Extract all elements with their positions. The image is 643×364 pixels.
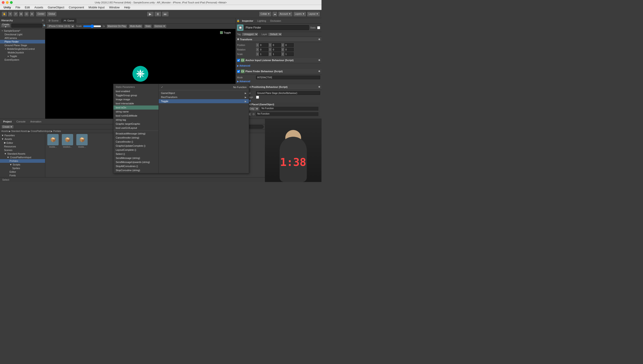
- anchor-script-header[interactable]: C# Anchor Input Listener Behaviour (Scri…: [236, 58, 322, 63]
- menu-file[interactable]: File: [14, 5, 22, 10]
- dropdown-bool-guilayout[interactable]: bool useGUILayout: [114, 126, 158, 130]
- toggle-checkbox[interactable]: [220, 31, 223, 34]
- position-y[interactable]: [272, 43, 281, 47]
- menu-edit[interactable]: Edit: [23, 5, 32, 10]
- stats-button[interactable]: Stats: [144, 24, 152, 28]
- mode-value[interactable]: [256, 76, 320, 79]
- asset-mobile2[interactable]: 📦 MobileS...: [61, 134, 74, 148]
- project-create[interactable]: Create ▼: [1, 125, 14, 129]
- duplicate-checkbox[interactable]: [256, 96, 259, 99]
- tree-scenes[interactable]: Scenes: [0, 148, 45, 152]
- scale-slider[interactable]: [83, 24, 101, 28]
- dropdown-cancelinvoke[interactable]: CancelInvoke (): [114, 140, 158, 144]
- planefinder-script-header[interactable]: C# Plane Finder Behaviour (Script) ⚙: [236, 68, 322, 74]
- hier-arcamera[interactable]: ARCamera: [0, 36, 45, 40]
- asset-mobile3[interactable]: 📦 Mobile...: [75, 134, 89, 148]
- center-button[interactable]: Center: [36, 11, 46, 17]
- dropdown-gameobject[interactable]: GameObject ▶: [159, 91, 249, 95]
- tree-sprites[interactable]: Sprites: [0, 166, 45, 170]
- dropdown-graphic[interactable]: Graphic targetGraphic: [114, 122, 158, 126]
- hier-planefinder[interactable]: Plane Finder: [0, 40, 45, 44]
- anchor-advanced[interactable]: ▶ Advanced: [237, 64, 320, 68]
- dropdown-graphicupdate[interactable]: GraphicUpdateComplete (): [114, 144, 158, 148]
- transform-component[interactable]: ⊕ Transform ⚙: [236, 37, 322, 42]
- tab-console[interactable]: Console: [14, 120, 28, 124]
- tree-editor[interactable]: ▶ Editor: [0, 141, 45, 145]
- scale-tool[interactable]: ⊞: [18, 11, 24, 17]
- maximize-on-play[interactable]: Maximize On Play: [106, 24, 128, 28]
- hierarchy-collapse[interactable]: ⊟: [42, 19, 44, 22]
- dropdown-togglegroup[interactable]: ToggleGroup group: [114, 93, 158, 97]
- menu-window[interactable]: Window: [107, 5, 121, 10]
- layer-dropdown[interactable]: Default: [268, 32, 282, 36]
- tree-editor2[interactable]: Editor: [0, 170, 45, 174]
- tab-occlusion[interactable]: Occlusion: [268, 19, 283, 23]
- contentpos-advanced[interactable]: ▼ Advanced: [237, 99, 320, 102]
- minimize-button[interactable]: [6, 1, 8, 4]
- hier-toggle[interactable]: ▶ Toggle: [0, 54, 45, 58]
- menu-mobileinput[interactable]: Mobile Input: [87, 5, 106, 10]
- position-x[interactable]: [259, 43, 268, 47]
- dropdown-toggle[interactable]: Toggle ▶: [159, 99, 249, 103]
- rotation-x[interactable]: [259, 48, 268, 52]
- tab-project[interactable]: Project: [1, 120, 14, 124]
- tag-dropdown[interactable]: Untagged: [242, 32, 258, 36]
- play-button[interactable]: ▶: [147, 11, 154, 17]
- dropdown-bool-ison[interactable]: bool isOn: [114, 106, 158, 110]
- mute-audio[interactable]: Mute Audio: [128, 24, 143, 28]
- anchor-stage-value[interactable]: [256, 91, 320, 95]
- rotation-z[interactable]: [284, 48, 294, 52]
- cloud-button[interactable]: ☁: [272, 11, 278, 17]
- object-name-field[interactable]: [244, 25, 309, 30]
- menu-component[interactable]: Component: [67, 5, 86, 10]
- scale-z[interactable]: [284, 52, 294, 56]
- hier-mobilestick[interactable]: ▼ MobileSingleStickControl: [0, 47, 45, 51]
- anchor-settings[interactable]: ⚙: [318, 59, 320, 61]
- account-button[interactable]: Account ▼: [278, 11, 293, 17]
- dropdown-sendmessage[interactable]: SendMessage (string): [114, 156, 158, 160]
- tab-game[interactable]: 🎮 Game: [61, 18, 76, 23]
- planefinder-settings[interactable]: ⚙: [318, 70, 320, 72]
- contentpos-settings[interactable]: ⚙: [318, 86, 320, 88]
- lock-icon[interactable]: 🔒: [236, 19, 240, 22]
- dropdown-no-function[interactable]: ✓ No Function: [159, 85, 249, 90]
- hier-directional[interactable]: Directional Light: [0, 32, 45, 36]
- tree-resources[interactable]: Resources: [0, 145, 45, 148]
- dropdown-cancelinvoke-str[interactable]: CancelInvoke (string): [114, 136, 158, 140]
- dropdown-bool-enabled[interactable]: bool enabled: [114, 89, 158, 93]
- rotate-tool[interactable]: ↺: [13, 11, 18, 17]
- layout-button[interactable]: Layout ▼: [307, 11, 320, 17]
- dropdown-string-tag[interactable]: string tag: [114, 118, 158, 122]
- dropdown-layoutcomplete[interactable]: LayoutComplete (): [114, 148, 158, 152]
- tree-crossplatform[interactable]: ▼ CrossPlatformInput: [0, 156, 45, 159]
- maximize-button[interactable]: [10, 1, 13, 4]
- anchor-enabled[interactable]: [237, 59, 240, 62]
- dropdown-select[interactable]: Select (): [114, 152, 158, 156]
- hier-eventsystem[interactable]: EventSystem: [0, 58, 45, 62]
- gizmos-button[interactable]: Gizmos ▼: [153, 24, 167, 28]
- menu-assets[interactable]: Assets: [32, 5, 45, 10]
- device-selector[interactable]: iPhone 5 Wide (16:9): [47, 24, 75, 28]
- hand-tool[interactable]: ✋: [1, 11, 7, 17]
- rotation-y[interactable]: [272, 48, 281, 52]
- hier-groundplane[interactable]: Ground Plane Stage: [0, 44, 45, 47]
- transform-settings[interactable]: ⚙: [318, 38, 320, 40]
- dropdown-stopcoroutine[interactable]: StopCoroutine (string): [114, 168, 158, 172]
- close-button[interactable]: [2, 1, 4, 4]
- tree-standardassets[interactable]: ▼ Standard Assets: [0, 152, 45, 156]
- position-z[interactable]: [284, 43, 294, 47]
- dropdown-string-name[interactable]: string name: [114, 110, 158, 114]
- dropdown-broadcastmsg[interactable]: BroadcastMessage (string): [114, 132, 158, 136]
- menu-gameobject[interactable]: GameObject: [46, 5, 66, 10]
- hierarchy-create[interactable]: Create ▼: [1, 24, 10, 28]
- pause-button[interactable]: ⏸: [154, 11, 162, 17]
- move-tool[interactable]: ✛: [8, 11, 13, 17]
- menu-help[interactable]: Help: [122, 5, 132, 10]
- tree-favorites[interactable]: ▼ Favorites: [0, 134, 45, 137]
- global-button[interactable]: Global: [47, 11, 57, 17]
- asset-mobile1[interactable]: 📦 Mobile...: [46, 134, 60, 148]
- dropdown-bool-runineditor[interactable]: bool runInEditMode: [114, 114, 158, 118]
- tree-assets[interactable]: ▼ Assets: [0, 137, 45, 141]
- dropdown-recttransform[interactable]: RectTransform ▶: [159, 95, 249, 99]
- dropdown-sendmsgup[interactable]: SendMessageUpwards (string): [114, 160, 158, 164]
